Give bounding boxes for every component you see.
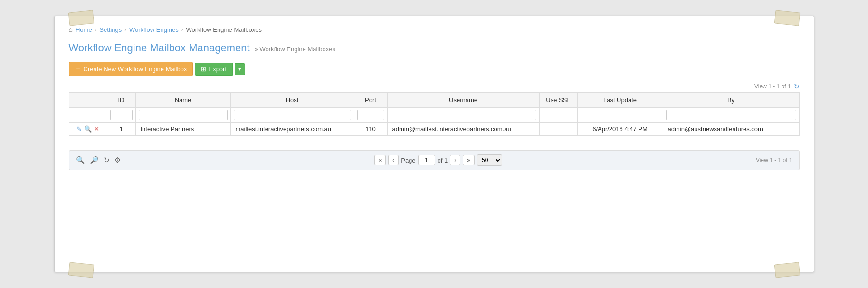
export-label: Export <box>209 66 227 73</box>
bottom-view-count: View 1 - 1 of 1 <box>756 157 792 163</box>
bottom-bar: 🔍 🔎 ↻ ⚙ « ‹ Page of 1 › » 50 25 100 View… <box>69 150 800 170</box>
filter-name-input[interactable] <box>139 110 228 120</box>
page-subtitle: Workflow Engine Mailboxes <box>255 46 335 53</box>
row-usessl <box>539 123 577 136</box>
breadcrumb-settings[interactable]: Settings <box>99 26 122 33</box>
last-page-button[interactable]: » <box>463 155 475 165</box>
page-title-row: Workflow Engine Mailbox Management Workf… <box>69 42 800 54</box>
table-header-row: ID Name Host Port Username Use SSL Last … <box>69 93 799 108</box>
zoom-in-icon[interactable]: 🔎 <box>90 156 99 164</box>
first-page-button[interactable]: « <box>374 155 386 165</box>
page-size-select[interactable]: 50 25 100 <box>477 154 502 166</box>
settings-icon[interactable]: ⚙ <box>114 156 121 164</box>
row-name: Interactive Partners <box>135 123 230 136</box>
filter-actions-cell <box>69 108 107 123</box>
plus-icon: ＋ <box>75 65 81 73</box>
row-port: 110 <box>354 123 387 136</box>
zoom-out-icon[interactable]: 🔍 <box>76 156 85 164</box>
col-header-by: By <box>663 93 799 108</box>
refresh-icon[interactable]: ↻ <box>794 83 800 90</box>
home-icon: ⌂ <box>69 26 73 33</box>
breadcrumb-home[interactable]: Home <box>76 26 92 33</box>
filter-lastupdate-cell <box>577 108 663 123</box>
breadcrumb-sep-3: › <box>181 27 183 32</box>
filter-username-input[interactable] <box>391 110 536 120</box>
create-label: Create New Workflow Engine Mailbox <box>84 66 187 73</box>
action-bar: ＋ Create New Workflow Engine Mailbox ⊞ E… <box>69 62 800 76</box>
breadcrumb: ⌂ Home › Settings › Workflow Engines › W… <box>69 26 800 33</box>
delete-icon[interactable]: ✕ <box>94 125 99 133</box>
col-header-name: Name <box>135 93 230 108</box>
page-of-label: of 1 <box>438 157 448 164</box>
export-button[interactable]: ⊞ Export <box>195 63 233 76</box>
row-username: admin@mailtest.interactivepartners.com.a… <box>387 123 539 136</box>
tape-tl <box>68 10 94 26</box>
breadcrumb-workflow-engines[interactable]: Workflow Engines <box>129 26 179 33</box>
breadcrumb-sep-1: › <box>95 27 97 32</box>
page-title: Workflow Engine Mailbox Management <box>69 42 250 54</box>
pagination: « ‹ Page of 1 › » 50 25 100 <box>374 154 502 166</box>
filter-id-input[interactable] <box>110 110 133 120</box>
col-header-host: Host <box>230 93 354 108</box>
filter-host-input[interactable] <box>234 110 351 120</box>
page-number-input[interactable] <box>418 155 435 165</box>
view-count-text: View 1 - 1 of 1 <box>754 83 791 90</box>
create-mailbox-button[interactable]: ＋ Create New Workflow Engine Mailbox <box>69 62 193 76</box>
main-container: ⌂ Home › Settings › Workflow Engines › W… <box>54 16 814 272</box>
filter-name-cell <box>135 108 230 123</box>
edit-icon[interactable]: ✎ <box>76 125 82 133</box>
next-page-button[interactable]: › <box>450 155 460 165</box>
bottom-left: 🔍 🔎 ↻ ⚙ <box>76 156 121 164</box>
col-header-actions <box>69 93 107 108</box>
filter-usessl-cell <box>539 108 577 123</box>
filter-host-cell <box>230 108 354 123</box>
export-icon: ⊞ <box>201 66 206 73</box>
bottom-refresh-icon[interactable]: ↻ <box>104 156 110 164</box>
row-host: mailtest.interactivepartners.com.au <box>230 123 354 136</box>
row-actions-cell: ✎ 🔍 ✕ <box>69 123 107 136</box>
breadcrumb-current: Workflow Engine Mailboxes <box>186 26 261 33</box>
tape-tr <box>774 10 800 26</box>
row-lastupdate: 6/Apr/2016 4:47 PM <box>577 123 663 136</box>
col-header-username: Username <box>387 93 539 108</box>
col-header-lastupdate: Last Update <box>577 93 663 108</box>
table-filter-row <box>69 108 799 123</box>
table-row: ✎ 🔍 ✕ 1 Interactive Partners mailtest.in… <box>69 123 799 136</box>
view-icon[interactable]: 🔍 <box>84 125 92 133</box>
filter-port-cell <box>354 108 387 123</box>
filter-id-cell <box>107 108 135 123</box>
tape-br <box>774 262 800 278</box>
col-header-port: Port <box>354 93 387 108</box>
col-header-id: ID <box>107 93 135 108</box>
prev-page-button[interactable]: ‹ <box>388 155 399 165</box>
filter-username-cell <box>387 108 539 123</box>
row-actions: ✎ 🔍 ✕ <box>74 125 102 133</box>
tape-bl <box>68 262 94 278</box>
row-id: 1 <box>107 123 135 136</box>
col-header-usessl: Use SSL <box>539 93 577 108</box>
filter-port-input[interactable] <box>357 110 384 120</box>
filter-by-input[interactable] <box>666 110 796 120</box>
breadcrumb-sep-2: › <box>124 27 126 32</box>
page-label: Page <box>401 157 415 164</box>
export-dropdown-button[interactable]: ▾ <box>235 63 245 75</box>
view-count-row: View 1 - 1 of 1 ↻ <box>69 83 800 90</box>
data-table: ID Name Host Port Username Use SSL Last … <box>69 92 800 136</box>
filter-by-cell <box>663 108 799 123</box>
row-by: admin@austnewsandfeatures.com <box>663 123 799 136</box>
